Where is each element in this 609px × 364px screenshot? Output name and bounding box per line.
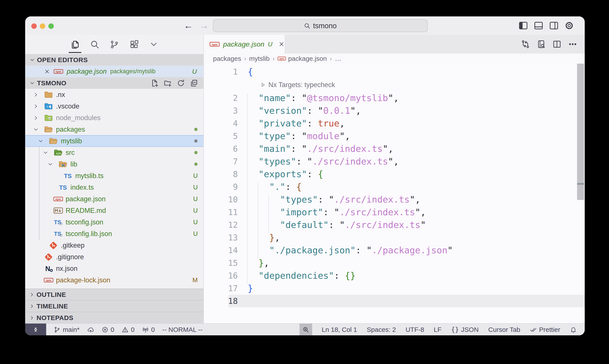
layout-sidebar-left-icon[interactable]: [518, 21, 528, 31]
tree-item-tsconfig-json[interactable]: TStsconfig.jsonU: [25, 216, 203, 228]
tree-item--vscode[interactable]: .vscode: [25, 100, 203, 112]
status-0[interactable]: 0: [142, 326, 155, 333]
tree-item-src[interactable]: </>src: [25, 147, 203, 158]
status-0[interactable]: 0: [102, 326, 114, 333]
command-center-search[interactable]: tsmono: [213, 19, 428, 32]
layout-sidebar-right-icon[interactable]: [549, 21, 559, 31]
source-control-icon[interactable]: [109, 39, 119, 50]
code-line-15[interactable]: 15 },: [204, 257, 585, 269]
status-normal[interactable]: -- NORMAL --: [162, 326, 203, 333]
close-window-button[interactable]: [31, 23, 37, 29]
workspace-name-label: TSMONO: [37, 79, 66, 87]
close-tab-icon[interactable]: [278, 41, 285, 48]
open-changes-icon[interactable]: [521, 39, 530, 49]
collapse-all-icon[interactable]: [190, 79, 198, 87]
status-0[interactable]: 0: [122, 326, 135, 333]
code-line-6[interactable]: 6 "main": "./src/index.ts",: [204, 143, 585, 155]
tree-item-mytslib-ts[interactable]: TSmytslib.tsU: [25, 170, 203, 182]
section-header-outline[interactable]: OUTLINE: [25, 288, 203, 300]
status-ln-18-col-1[interactable]: Ln 18, Col 1: [322, 326, 357, 333]
code-line-11[interactable]: 11 "import": "./src/index.ts",: [204, 206, 585, 219]
svg-text:TS: TS: [54, 219, 61, 225]
search-icon: [304, 23, 311, 29]
editor-scrollbar[interactable]: [577, 64, 584, 200]
tree-item-label: .vscode: [56, 102, 79, 110]
code-line-18[interactable]: 18: [204, 295, 585, 307]
tree-item-readme-md[interactable]: README.mdU: [25, 205, 203, 216]
status-cursor-tab[interactable]: Cursor Tab: [488, 326, 520, 333]
open-editors-header[interactable]: OPEN EDITORS: [25, 54, 203, 66]
code-line-14[interactable]: 14 "./package.json": "./package.json": [204, 244, 585, 257]
code-line-10[interactable]: 10 "types": "./src/index.ts",: [204, 193, 585, 206]
code-line-16[interactable]: 16 "dependencies": {}: [204, 269, 585, 282]
remote-indicator[interactable]: [25, 324, 46, 335]
editor-actions: [521, 35, 585, 53]
zoom-window-button[interactable]: [48, 23, 54, 29]
code-editor[interactable]: 1{Nx Targets: typecheck2 "name": "@tsmon…: [204, 64, 585, 323]
tree-item-package-lock-json[interactable]: npmpackage-lock.jsonM: [25, 274, 203, 286]
code-line-4[interactable]: 4 "private": true,: [204, 117, 585, 130]
breadcrumb-item[interactable]: npmpackage.json: [278, 55, 327, 62]
tree-item--gitkeep[interactable]: .gitkeep: [25, 240, 203, 251]
layout-panel-icon[interactable]: [533, 21, 544, 31]
close-icon[interactable]: [44, 68, 50, 75]
tree-item--nx[interactable]: .nx: [25, 89, 203, 100]
breadcrumb-item[interactable]: mytslib: [249, 55, 270, 62]
folder-vscode-icon: [44, 102, 53, 111]
code-line-7[interactable]: 7 "types": "./src/index.ts",: [204, 155, 585, 168]
navigate-forward-icon[interactable]: →: [199, 20, 209, 31]
code-line-17[interactable]: 17}: [204, 282, 585, 295]
open-editor-item[interactable]: npm package.json packages/mytslib U: [25, 66, 203, 77]
tree-item-index-ts[interactable]: TSindex.tsU: [25, 182, 203, 193]
tree-item-label: mytslib: [61, 137, 82, 145]
status-utf-8[interactable]: UTF-8: [406, 326, 424, 333]
minimize-window-button[interactable]: [40, 23, 45, 29]
tree-item-mytslib[interactable]: mytslib: [25, 135, 203, 147]
breadcrumb-item[interactable]: …: [335, 55, 341, 62]
navigate-back-icon[interactable]: ←: [184, 20, 193, 31]
code-line-8[interactable]: 8 "exports": {: [204, 168, 585, 181]
section-header-timeline[interactable]: TIMELINE: [25, 300, 203, 312]
breadcrumb-item[interactable]: packages: [213, 55, 241, 62]
status-bell[interactable]: [570, 326, 577, 333]
tree-item-package-json[interactable]: npmpackage.jsonU: [25, 193, 203, 205]
zoom-indicator[interactable]: [299, 324, 312, 335]
status-json[interactable]: {}JSON: [451, 326, 479, 333]
code-line-2[interactable]: 2 "name": "@tsmono/mytslib",: [204, 92, 585, 104]
code-lens[interactable]: Nx Targets: typecheck: [204, 78, 585, 92]
search-editor-icon[interactable]: [537, 39, 546, 49]
code-text: "types": "./src/index.ts",: [238, 156, 399, 167]
code-line-3[interactable]: 3 "version": "0.0.1",: [204, 104, 585, 117]
refresh-icon[interactable]: [177, 79, 185, 87]
new-folder-icon[interactable]: [164, 79, 172, 87]
status-lf[interactable]: LF: [434, 326, 441, 333]
code-line-13[interactable]: 13 },: [204, 231, 585, 244]
more-actions-icon[interactable]: [568, 39, 577, 49]
status-main[interactable]: main*: [54, 326, 80, 333]
status-cloud-upload[interactable]: [87, 326, 94, 333]
code-line-1[interactable]: 1{: [204, 65, 585, 78]
tree-item--gitignore[interactable]: .gitignore: [25, 251, 203, 263]
code-line-5[interactable]: 5 "type": "module",: [204, 130, 585, 143]
open-editor-path: packages/mytslib: [110, 68, 155, 75]
tree-item-tsconfig-lib-json[interactable]: TStsconfig.lib.jsonU: [25, 228, 203, 240]
split-editor-icon[interactable]: [552, 39, 561, 49]
new-file-icon[interactable]: [151, 79, 159, 87]
search-icon[interactable]: [90, 39, 100, 50]
status-prettier[interactable]: Prettier: [530, 326, 560, 333]
line-number: 4: [204, 119, 238, 128]
tree-item-packages[interactable]: packages: [25, 124, 203, 135]
tab-package-json[interactable]: npm package.json U: [204, 35, 285, 53]
gear-icon[interactable]: [564, 21, 574, 31]
tree-item-nx-json[interactable]: Nnx.json: [25, 263, 203, 274]
chevron-down-icon[interactable]: [149, 39, 159, 50]
extensions-icon[interactable]: [129, 39, 139, 50]
files-icon[interactable]: [70, 39, 80, 50]
section-header-notepads[interactable]: NOTEPADS: [25, 312, 203, 323]
code-line-12[interactable]: 12 "default": "./src/index.ts": [204, 219, 585, 231]
explorer-section-header[interactable]: TSMONO: [25, 77, 203, 89]
status-spaces-2[interactable]: Spaces: 2: [367, 326, 396, 333]
tree-item-node-modules[interactable]: JSnode_modules: [25, 112, 203, 124]
code-line-9[interactable]: 9 ".": {: [204, 181, 585, 193]
tree-item-lib[interactable]: lib: [25, 158, 203, 170]
